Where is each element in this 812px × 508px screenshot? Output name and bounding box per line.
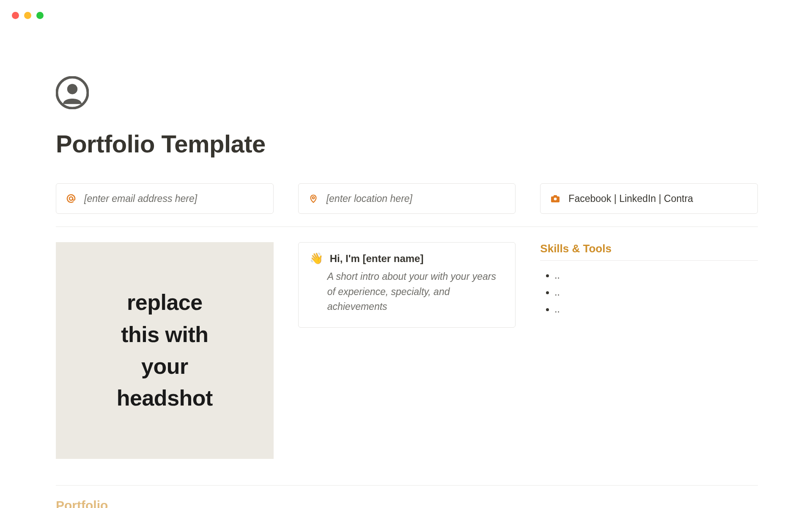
close-window-icon[interactable] (12, 12, 19, 19)
map-pin-icon (308, 193, 319, 204)
svg-point-4 (554, 198, 557, 201)
page-title[interactable]: Portfolio Template (56, 130, 758, 158)
social-link-contra[interactable]: Contra (664, 193, 693, 204)
intro-heading-row: 👋 Hi, I'm [enter name] (310, 252, 505, 265)
intro-body-text: A short intro about your with your years… (310, 269, 505, 315)
main-row: replacethis withyourheadshot 👋 Hi, I'm [… (56, 242, 758, 459)
skills-divider (540, 260, 758, 261)
headshot-placeholder-text: replacethis withyourheadshot (117, 287, 213, 414)
intro-column: 👋 Hi, I'm [enter name] A short intro abo… (298, 242, 516, 328)
location-card[interactable]: [enter location here] (298, 183, 516, 214)
wave-emoji-icon: 👋 (310, 252, 323, 265)
skills-column: Skills & Tools ...... (540, 242, 758, 321)
intro-card[interactable]: 👋 Hi, I'm [enter name] A short intro abo… (298, 242, 516, 328)
divider (56, 226, 758, 227)
maximize-window-icon[interactable] (36, 12, 44, 19)
at-sign-icon (66, 193, 77, 204)
headshot-placeholder[interactable]: replacethis withyourheadshot (56, 242, 274, 459)
skills-list-item[interactable]: .. (554, 287, 758, 298)
social-card[interactable]: Facebook | LinkedIn | Contra (540, 183, 758, 214)
skills-heading[interactable]: Skills & Tools (540, 242, 758, 255)
social-separator: | (614, 193, 619, 204)
page-content: Portfolio Template [enter email address … (56, 76, 758, 508)
divider (56, 485, 758, 486)
email-placeholder-text: [enter email address here] (84, 193, 197, 204)
social-links: Facebook | LinkedIn | Contra (568, 193, 693, 204)
svg-point-1 (67, 84, 77, 94)
contact-row: [enter email address here] [enter locati… (56, 183, 758, 214)
portfolio-section-heading[interactable]: Portfolio (56, 498, 758, 508)
headshot-column: replacethis withyourheadshot (56, 242, 274, 459)
svg-point-3 (312, 197, 314, 199)
location-placeholder-text: [enter location here] (326, 193, 412, 204)
avatar-icon[interactable] (56, 76, 89, 109)
camera-icon (550, 193, 561, 204)
skills-list[interactable]: ...... (540, 270, 758, 315)
minimize-window-icon[interactable] (24, 12, 31, 19)
email-card[interactable]: [enter email address here] (56, 183, 274, 214)
skills-list-item[interactable]: .. (554, 304, 758, 315)
social-link-linkedin[interactable]: LinkedIn (619, 193, 656, 204)
social-link-facebook[interactable]: Facebook (568, 193, 611, 204)
intro-heading-text: Hi, I'm [enter name] (330, 253, 424, 265)
skills-list-item[interactable]: .. (554, 270, 758, 281)
window-controls (12, 12, 44, 19)
social-separator: | (658, 193, 664, 204)
